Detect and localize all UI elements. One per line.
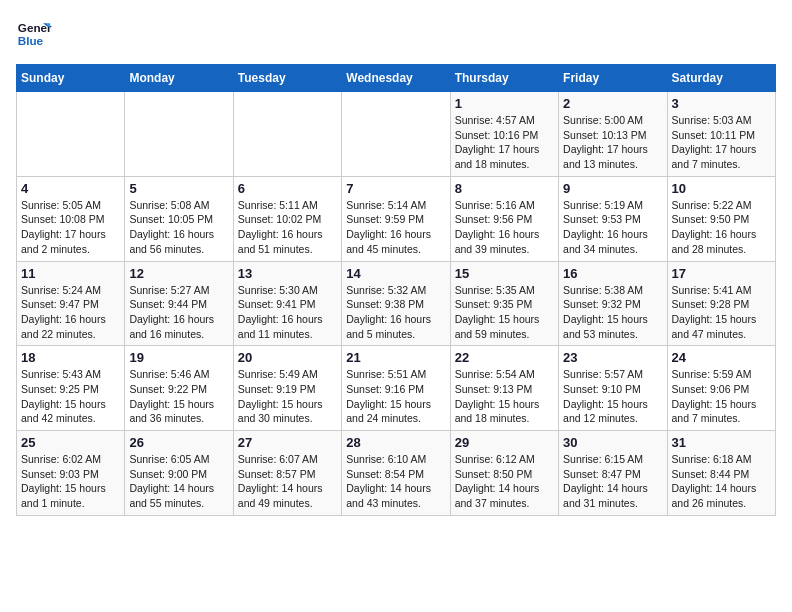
day-number: 30	[563, 435, 662, 450]
day-info: Sunrise: 5:08 AMSunset: 10:05 PMDaylight…	[129, 198, 228, 257]
calendar-cell: 22Sunrise: 5:54 AMSunset: 9:13 PMDayligh…	[450, 346, 558, 431]
day-number: 19	[129, 350, 228, 365]
calendar-cell: 7Sunrise: 5:14 AMSunset: 9:59 PMDaylight…	[342, 176, 450, 261]
day-number: 31	[672, 435, 771, 450]
day-info: Sunrise: 5:27 AMSunset: 9:44 PMDaylight:…	[129, 283, 228, 342]
day-number: 22	[455, 350, 554, 365]
day-number: 13	[238, 266, 337, 281]
calendar-week-row: 1Sunrise: 4:57 AMSunset: 10:16 PMDayligh…	[17, 92, 776, 177]
calendar-cell: 12Sunrise: 5:27 AMSunset: 9:44 PMDayligh…	[125, 261, 233, 346]
day-info: Sunrise: 5:22 AMSunset: 9:50 PMDaylight:…	[672, 198, 771, 257]
calendar-week-row: 4Sunrise: 5:05 AMSunset: 10:08 PMDayligh…	[17, 176, 776, 261]
logo: General Blue	[16, 16, 56, 52]
day-number: 6	[238, 181, 337, 196]
calendar-header: SundayMondayTuesdayWednesdayThursdayFrid…	[17, 65, 776, 92]
day-info: Sunrise: 6:02 AMSunset: 9:03 PMDaylight:…	[21, 452, 120, 511]
day-number: 23	[563, 350, 662, 365]
calendar-week-row: 25Sunrise: 6:02 AMSunset: 9:03 PMDayligh…	[17, 431, 776, 516]
weekday-header-thursday: Thursday	[450, 65, 558, 92]
day-info: Sunrise: 5:11 AMSunset: 10:02 PMDaylight…	[238, 198, 337, 257]
calendar-cell: 4Sunrise: 5:05 AMSunset: 10:08 PMDayligh…	[17, 176, 125, 261]
day-number: 17	[672, 266, 771, 281]
calendar-cell	[342, 92, 450, 177]
day-info: Sunrise: 6:15 AMSunset: 8:47 PMDaylight:…	[563, 452, 662, 511]
day-info: Sunrise: 5:16 AMSunset: 9:56 PMDaylight:…	[455, 198, 554, 257]
calendar-cell: 8Sunrise: 5:16 AMSunset: 9:56 PMDaylight…	[450, 176, 558, 261]
calendar-cell: 15Sunrise: 5:35 AMSunset: 9:35 PMDayligh…	[450, 261, 558, 346]
day-number: 28	[346, 435, 445, 450]
calendar-cell: 17Sunrise: 5:41 AMSunset: 9:28 PMDayligh…	[667, 261, 775, 346]
day-info: Sunrise: 5:24 AMSunset: 9:47 PMDaylight:…	[21, 283, 120, 342]
day-info: Sunrise: 6:07 AMSunset: 8:57 PMDaylight:…	[238, 452, 337, 511]
day-number: 4	[21, 181, 120, 196]
calendar-week-row: 11Sunrise: 5:24 AMSunset: 9:47 PMDayligh…	[17, 261, 776, 346]
calendar-cell: 5Sunrise: 5:08 AMSunset: 10:05 PMDayligh…	[125, 176, 233, 261]
day-number: 15	[455, 266, 554, 281]
day-info: Sunrise: 5:19 AMSunset: 9:53 PMDaylight:…	[563, 198, 662, 257]
calendar-cell: 9Sunrise: 5:19 AMSunset: 9:53 PMDaylight…	[559, 176, 667, 261]
day-number: 1	[455, 96, 554, 111]
day-info: Sunrise: 5:59 AMSunset: 9:06 PMDaylight:…	[672, 367, 771, 426]
calendar-cell: 1Sunrise: 4:57 AMSunset: 10:16 PMDayligh…	[450, 92, 558, 177]
calendar-cell: 23Sunrise: 5:57 AMSunset: 9:10 PMDayligh…	[559, 346, 667, 431]
calendar-cell: 18Sunrise: 5:43 AMSunset: 9:25 PMDayligh…	[17, 346, 125, 431]
calendar-cell: 30Sunrise: 6:15 AMSunset: 8:47 PMDayligh…	[559, 431, 667, 516]
weekday-header-saturday: Saturday	[667, 65, 775, 92]
calendar-cell: 19Sunrise: 5:46 AMSunset: 9:22 PMDayligh…	[125, 346, 233, 431]
page-header: General Blue	[16, 16, 776, 52]
day-info: Sunrise: 6:12 AMSunset: 8:50 PMDaylight:…	[455, 452, 554, 511]
day-info: Sunrise: 5:51 AMSunset: 9:16 PMDaylight:…	[346, 367, 445, 426]
calendar-cell: 26Sunrise: 6:05 AMSunset: 9:00 PMDayligh…	[125, 431, 233, 516]
calendar-cell: 2Sunrise: 5:00 AMSunset: 10:13 PMDayligh…	[559, 92, 667, 177]
day-number: 27	[238, 435, 337, 450]
day-info: Sunrise: 5:30 AMSunset: 9:41 PMDaylight:…	[238, 283, 337, 342]
day-number: 12	[129, 266, 228, 281]
calendar-cell	[17, 92, 125, 177]
day-info: Sunrise: 5:43 AMSunset: 9:25 PMDaylight:…	[21, 367, 120, 426]
day-number: 20	[238, 350, 337, 365]
day-number: 14	[346, 266, 445, 281]
day-info: Sunrise: 6:10 AMSunset: 8:54 PMDaylight:…	[346, 452, 445, 511]
weekday-header-sunday: Sunday	[17, 65, 125, 92]
day-info: Sunrise: 5:49 AMSunset: 9:19 PMDaylight:…	[238, 367, 337, 426]
calendar-cell: 14Sunrise: 5:32 AMSunset: 9:38 PMDayligh…	[342, 261, 450, 346]
day-number: 9	[563, 181, 662, 196]
weekday-header-row: SundayMondayTuesdayWednesdayThursdayFrid…	[17, 65, 776, 92]
day-info: Sunrise: 5:03 AMSunset: 10:11 PMDaylight…	[672, 113, 771, 172]
day-number: 26	[129, 435, 228, 450]
day-number: 11	[21, 266, 120, 281]
weekday-header-monday: Monday	[125, 65, 233, 92]
day-info: Sunrise: 6:18 AMSunset: 8:44 PMDaylight:…	[672, 452, 771, 511]
calendar-cell: 31Sunrise: 6:18 AMSunset: 8:44 PMDayligh…	[667, 431, 775, 516]
calendar-cell: 3Sunrise: 5:03 AMSunset: 10:11 PMDayligh…	[667, 92, 775, 177]
day-info: Sunrise: 4:57 AMSunset: 10:16 PMDaylight…	[455, 113, 554, 172]
calendar-cell: 11Sunrise: 5:24 AMSunset: 9:47 PMDayligh…	[17, 261, 125, 346]
svg-text:General: General	[18, 21, 52, 34]
day-info: Sunrise: 5:41 AMSunset: 9:28 PMDaylight:…	[672, 283, 771, 342]
calendar-cell: 28Sunrise: 6:10 AMSunset: 8:54 PMDayligh…	[342, 431, 450, 516]
weekday-header-wednesday: Wednesday	[342, 65, 450, 92]
calendar-week-row: 18Sunrise: 5:43 AMSunset: 9:25 PMDayligh…	[17, 346, 776, 431]
day-info: Sunrise: 5:32 AMSunset: 9:38 PMDaylight:…	[346, 283, 445, 342]
day-info: Sunrise: 5:35 AMSunset: 9:35 PMDaylight:…	[455, 283, 554, 342]
svg-text:Blue: Blue	[18, 34, 44, 47]
day-number: 24	[672, 350, 771, 365]
day-info: Sunrise: 5:54 AMSunset: 9:13 PMDaylight:…	[455, 367, 554, 426]
day-number: 3	[672, 96, 771, 111]
day-info: Sunrise: 6:05 AMSunset: 9:00 PMDaylight:…	[129, 452, 228, 511]
calendar-cell: 6Sunrise: 5:11 AMSunset: 10:02 PMDayligh…	[233, 176, 341, 261]
day-info: Sunrise: 5:57 AMSunset: 9:10 PMDaylight:…	[563, 367, 662, 426]
day-number: 18	[21, 350, 120, 365]
day-number: 25	[21, 435, 120, 450]
calendar-cell: 16Sunrise: 5:38 AMSunset: 9:32 PMDayligh…	[559, 261, 667, 346]
weekday-header-friday: Friday	[559, 65, 667, 92]
day-info: Sunrise: 5:00 AMSunset: 10:13 PMDaylight…	[563, 113, 662, 172]
day-number: 7	[346, 181, 445, 196]
calendar-table: SundayMondayTuesdayWednesdayThursdayFrid…	[16, 64, 776, 516]
calendar-cell: 25Sunrise: 6:02 AMSunset: 9:03 PMDayligh…	[17, 431, 125, 516]
calendar-cell: 20Sunrise: 5:49 AMSunset: 9:19 PMDayligh…	[233, 346, 341, 431]
day-number: 29	[455, 435, 554, 450]
calendar-cell: 29Sunrise: 6:12 AMSunset: 8:50 PMDayligh…	[450, 431, 558, 516]
calendar-cell	[233, 92, 341, 177]
calendar-body: 1Sunrise: 4:57 AMSunset: 10:16 PMDayligh…	[17, 92, 776, 516]
